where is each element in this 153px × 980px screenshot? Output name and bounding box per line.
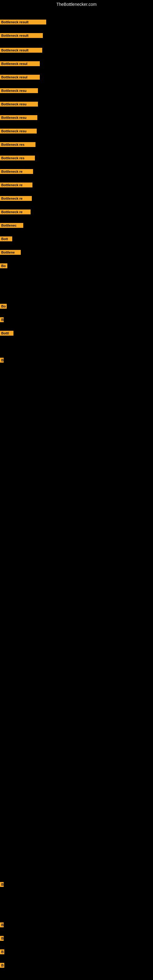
- bottleneck-result-label: Bottl: [0, 331, 13, 336]
- bottleneck-result-label: Bottleneck resu: [0, 102, 38, 107]
- bottleneck-result-label: B: [0, 936, 4, 941]
- bottleneck-result-label: Bottlenec: [0, 223, 23, 228]
- bottleneck-result-label: B: [0, 963, 4, 968]
- bottleneck-result-label: Bottleneck result: [0, 48, 42, 52]
- bottleneck-result-label: B: [0, 882, 4, 887]
- bottleneck-result-label: Bottleneck resul: [0, 61, 40, 66]
- bottleneck-result-label: Bottleneck resu: [0, 129, 37, 134]
- bottleneck-result-label: Bottleneck resu: [0, 88, 38, 93]
- bottleneck-result-label: B: [0, 923, 4, 928]
- bottleneck-result-label: Bottlene: [0, 250, 21, 255]
- bottleneck-result-label: Bottleneck resul: [0, 75, 40, 80]
- bottleneck-result-label: Bottleneck res: [0, 156, 35, 161]
- bottleneck-result-label: Bottleneck result: [0, 20, 46, 24]
- bottleneck-result-label: Bo: [0, 263, 7, 268]
- bottleneck-result-label: Bottleneck re: [0, 183, 32, 188]
- bottleneck-result-label: Bottleneck re: [0, 169, 33, 174]
- bottleneck-result-label: Bottleneck result: [0, 33, 43, 38]
- bottleneck-result-label: B: [0, 317, 4, 322]
- bottleneck-result-label: Bottleneck re: [0, 210, 30, 215]
- bottleneck-result-label: Bott: [0, 236, 12, 241]
- bottleneck-result-label: B: [0, 950, 4, 954]
- bottleneck-result-label: Bo: [0, 304, 7, 309]
- bottleneck-result-label: Bottleneck resu: [0, 115, 37, 120]
- bottleneck-result-label: Bottleneck re: [0, 196, 32, 201]
- bottleneck-result-label: B: [0, 358, 4, 363]
- site-title: TheBottlenecker.com: [0, 0, 153, 9]
- bottleneck-result-label: Bottleneck res: [0, 142, 35, 147]
